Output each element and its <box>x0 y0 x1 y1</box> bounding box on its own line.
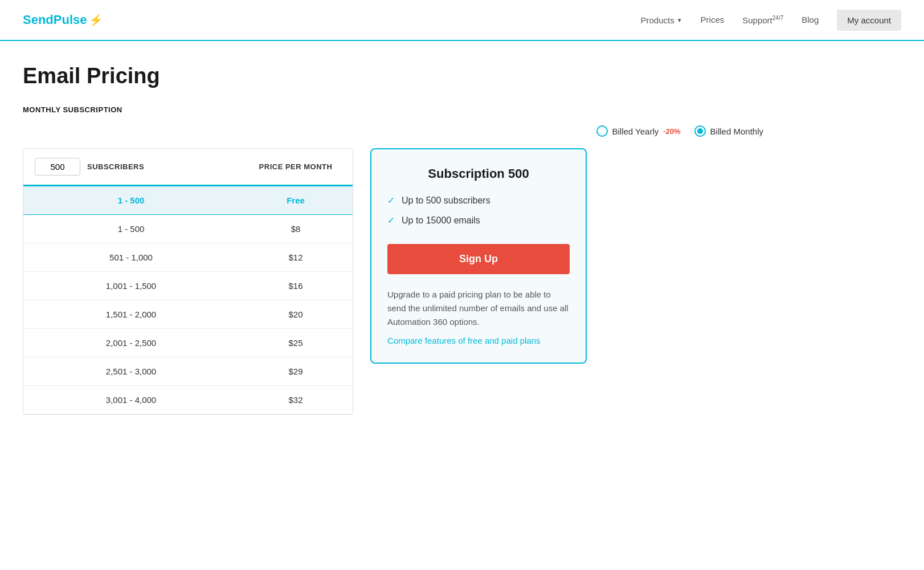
compare-features-link[interactable]: Compare features of free and paid plans <box>387 336 570 345</box>
row-range: 1,501 - 2,000 <box>23 300 239 328</box>
support-badge: 24/7 <box>772 15 783 21</box>
check-icon-2: ✓ <box>387 215 395 226</box>
row-range: 2,501 - 3,000 <box>23 357 239 385</box>
feature-item-1: ✓ Up to 500 subscribers <box>387 195 570 206</box>
products-label: Products <box>640 15 674 25</box>
my-account-button[interactable]: My account <box>837 10 901 31</box>
row-range: 1,001 - 1,500 <box>23 272 239 300</box>
row-range: 1 - 500 <box>23 186 239 214</box>
row-range: 501 - 1,000 <box>23 243 239 271</box>
table-header: SUBSCRIBERS PRICE PER MONTH <box>23 149 353 186</box>
row-price: $12 <box>239 243 353 271</box>
billing-yearly-option[interactable]: Billed Yearly -20% <box>596 125 681 137</box>
table-row[interactable]: 501 - 1,000 $12 <box>23 243 353 272</box>
nav-item-blog[interactable]: Blog <box>802 15 819 25</box>
nav-item-prices[interactable]: Prices <box>701 15 725 25</box>
subscribers-col-label: SUBSCRIBERS <box>87 162 144 171</box>
table-row[interactable]: 1 - 500 $8 <box>23 215 353 243</box>
row-range: 1 - 500 <box>23 215 239 243</box>
row-price: $16 <box>239 272 353 300</box>
table-row[interactable]: 1,501 - 2,000 $20 <box>23 300 353 329</box>
row-price: $20 <box>239 300 353 328</box>
table-row[interactable]: 2,501 - 3,000 $29 <box>23 357 353 386</box>
nav-item-products[interactable]: Products ▼ <box>640 15 682 25</box>
logo-icon: ⚡ <box>89 13 103 27</box>
dropdown-arrow-icon: ▼ <box>677 17 682 23</box>
page-title: Email Pricing <box>23 64 775 88</box>
table-scroll[interactable]: 1 - 500 Free 1 - 500 $8 501 - 1,000 $12 … <box>23 186 353 414</box>
logo[interactable]: SendPulse ⚡ <box>23 13 103 27</box>
billing-monthly-option[interactable]: Billed Monthly <box>694 125 763 137</box>
table-row[interactable]: 1,001 - 1,500 $16 <box>23 272 353 300</box>
billing-monthly-radio[interactable] <box>694 125 706 137</box>
logo-text: SendPulse <box>23 13 87 27</box>
billing-monthly-label: Billed Monthly <box>710 127 763 136</box>
table-row[interactable]: 1 - 500 Free <box>23 186 353 215</box>
pricing-table: SUBSCRIBERS PRICE PER MONTH 1 - 500 Free… <box>23 148 353 415</box>
row-price: $25 <box>239 329 353 357</box>
table-header-subscribers: SUBSCRIBERS <box>23 149 239 185</box>
row-price: $29 <box>239 357 353 385</box>
row-price: Free <box>239 186 353 214</box>
subscription-card: Subscription 500 ✓ Up to 500 subscribers… <box>370 148 587 364</box>
blog-label: Blog <box>802 15 819 25</box>
table-header-price: PRICE PER MONTH <box>239 149 353 185</box>
table-row[interactable]: 3,001 - 4,000 $32 <box>23 386 353 414</box>
yearly-discount-badge: -20% <box>663 127 680 136</box>
feature-item-2: ✓ Up to 15000 emails <box>387 215 570 226</box>
subscription-title: Subscription 500 <box>387 166 570 181</box>
main-content: Email Pricing MONTHLY SUBSCRIPTION Bille… <box>0 41 798 438</box>
nav-item-support[interactable]: Support24/7 <box>742 15 783 25</box>
feature-text-2: Up to 15000 emails <box>402 215 480 226</box>
row-price: $8 <box>239 215 353 243</box>
sign-up-button[interactable]: Sign Up <box>387 244 570 274</box>
section-label: MONTHLY SUBSCRIPTION <box>23 105 775 114</box>
navbar: SendPulse ⚡ Products ▼ Prices Support24/… <box>0 0 924 41</box>
subscriber-input[interactable] <box>35 158 80 176</box>
billing-yearly-label: Billed Yearly <box>612 127 659 136</box>
content-row: SUBSCRIBERS PRICE PER MONTH 1 - 500 Free… <box>23 148 775 415</box>
prices-label: Prices <box>701 15 725 25</box>
nav-links: Products ▼ Prices Support24/7 Blog My ac… <box>640 10 901 31</box>
row-price: $32 <box>239 386 353 414</box>
upgrade-text: Upgrade to a paid pricing plan to be abl… <box>387 288 570 329</box>
row-range: 2,001 - 2,500 <box>23 329 239 357</box>
billing-yearly-radio[interactable] <box>596 125 608 137</box>
row-range: 3,001 - 4,000 <box>23 386 239 414</box>
table-row[interactable]: 2,001 - 2,500 $25 <box>23 329 353 357</box>
support-label: Support <box>742 15 772 25</box>
check-icon-1: ✓ <box>387 195 395 206</box>
billing-toggle: Billed Yearly -20% Billed Monthly <box>23 125 775 137</box>
feature-text-1: Up to 500 subscribers <box>402 196 490 206</box>
